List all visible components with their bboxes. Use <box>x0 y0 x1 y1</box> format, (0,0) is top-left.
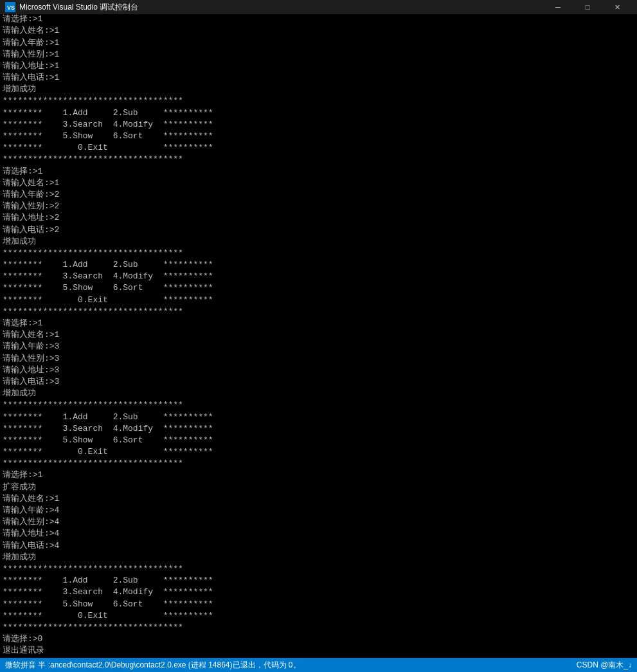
console-line: ******** 5.Show 6.Sort ********** <box>3 131 634 142</box>
console-line: 请输入年龄:>4 <box>3 505 634 516</box>
console-line: ******** 1.Add 2.Sub ********** <box>3 575 634 586</box>
console-output: ****************************************… <box>0 14 637 658</box>
console-line: ************************************ <box>3 95 634 107</box>
svg-text:VS: VS <box>7 5 15 11</box>
console-line: ******** 0.Exit ********** <box>3 446 634 458</box>
console-line: ******** 3.Search 4.Modify ********** <box>3 586 634 598</box>
console-line: 请输入姓名:>1 <box>3 493 634 505</box>
minimize-button[interactable]: ─ <box>543 0 573 14</box>
console-line: 请输入电话:>2 <box>3 224 634 236</box>
console-line: 扩容成功 <box>3 482 634 493</box>
console-line: 请输入姓名:>1 <box>3 329 634 341</box>
console-line: ******** 0.Exit ********** <box>3 610 634 622</box>
console-line: 请输入地址:>1 <box>3 60 634 72</box>
console-line: ******** 1.Add 2.Sub ********** <box>3 412 634 423</box>
console-line: 请输入年龄:>1 <box>3 37 634 49</box>
titlebar-buttons: ─ □ ✕ <box>543 0 632 14</box>
console-line: 请输入电话:>3 <box>3 376 634 388</box>
console-line: 请选择:>1 <box>3 14 634 25</box>
statusbar: 微软拼音 半 :anced\contact2.0\Debug\contact2.… <box>0 658 637 672</box>
titlebar: VS Microsoft Visual Studio 调试控制台 ─ □ ✕ <box>0 0 637 14</box>
console-line: ******** 3.Search 4.Modify ********** <box>3 423 634 435</box>
console-line: 请选择:>1 <box>3 469 634 481</box>
console-line: ************************************ <box>3 306 634 318</box>
console-line: 请输入电话:>1 <box>3 72 634 84</box>
console-line: 请选择:>1 <box>3 318 634 329</box>
console-line: 增加成功 <box>3 552 634 563</box>
console-line: 请输入地址:>4 <box>3 528 634 540</box>
console-line: ******** 5.Show 6.Sort ********** <box>3 282 634 294</box>
console-line: 请输入性别:>4 <box>3 516 634 528</box>
console-line: 请输入地址:>3 <box>3 365 634 376</box>
console-line: ******** 3.Search 4.Modify ********** <box>3 119 634 131</box>
maximize-button[interactable]: □ <box>573 0 602 14</box>
console-line: 退出通讯录 <box>3 645 634 657</box>
statusbar-left: 微软拼音 半 :anced\contact2.0\Debug\contact2.… <box>5 660 301 671</box>
console-line: ************************************ <box>3 458 634 469</box>
console-line: 请选择:>1 <box>3 166 634 177</box>
console-line: 增加成功 <box>3 84 634 95</box>
statusbar-right: CSDN @南木_↓ <box>577 660 632 671</box>
statusbar-text: 微软拼音 半 :anced\contact2.0\Debug\contact2.… <box>5 660 301 671</box>
console-line: ******** 5.Show 6.Sort ********** <box>3 435 634 446</box>
console-line: 请输入姓名:>1 <box>3 177 634 189</box>
titlebar-title: Microsoft Visual Studio 调试控制台 <box>19 2 543 13</box>
console-line: 请输入年龄:>2 <box>3 189 634 201</box>
console-line: ************************************ <box>3 622 634 633</box>
app-icon: VS <box>5 2 15 12</box>
console-line: 请输入性别:>1 <box>3 49 634 60</box>
console-line: ******** 0.Exit ********** <box>3 142 634 154</box>
console-line: ******** 5.Show 6.Sort ********** <box>3 599 634 610</box>
console-line: 请输入姓名:>1 <box>3 25 634 37</box>
console-line: ******** 3.Search 4.Modify ********** <box>3 271 634 282</box>
console-line: ******** 0.Exit ********** <box>3 295 634 306</box>
console-line: 请输入性别:>3 <box>3 353 634 365</box>
console-line: 请输入地址:>2 <box>3 212 634 224</box>
console-line: ************************************ <box>3 399 634 411</box>
statusbar-brand: CSDN @南木_↓ <box>577 660 632 669</box>
console-line: 请输入性别:>2 <box>3 201 634 212</box>
console-line: 请选择:>0 <box>3 633 634 645</box>
console-line: 增加成功 <box>3 388 634 399</box>
console-line: 请输入年龄:>3 <box>3 341 634 352</box>
console-line: ************************************ <box>3 248 634 259</box>
console-line: ******** 1.Add 2.Sub ********** <box>3 107 634 119</box>
console-line: 请输入电话:>4 <box>3 540 634 552</box>
console-line: ************************************ <box>3 563 634 575</box>
console-line: ************************************ <box>3 154 634 165</box>
console-line: ******** 1.Add 2.Sub ********** <box>3 259 634 271</box>
console-line: 增加成功 <box>3 236 634 248</box>
close-button[interactable]: ✕ <box>602 0 632 14</box>
